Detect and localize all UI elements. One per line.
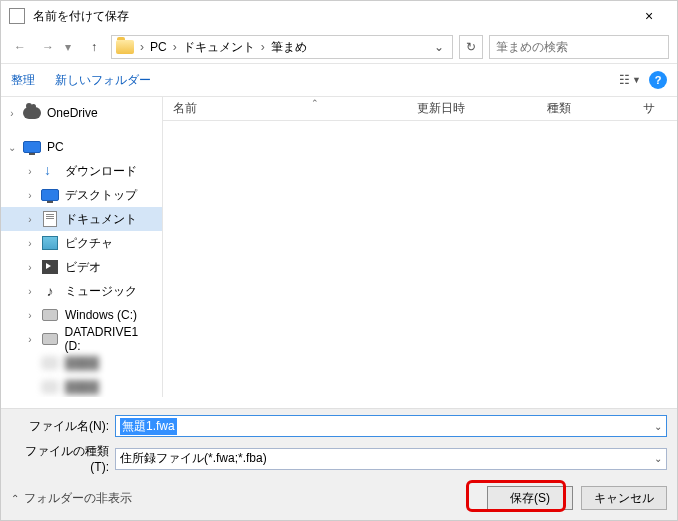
view-icon: ☷: [619, 73, 630, 87]
window-title: 名前を付けて保存: [33, 8, 629, 25]
expand-icon[interactable]: ›: [25, 310, 35, 321]
refresh-button[interactable]: ↻: [459, 35, 483, 59]
filename-label: ファイル名(N):: [11, 418, 115, 435]
tree-downloads[interactable]: › ダウンロード: [1, 159, 162, 183]
tree-desktop[interactable]: › デスクトップ: [1, 183, 162, 207]
tree-label: デスクトップ: [65, 187, 137, 204]
tree-redacted[interactable]: ›████: [1, 351, 162, 375]
folder-icon: [116, 40, 134, 54]
tree-label: OneDrive: [47, 106, 98, 120]
column-date[interactable]: 更新日時: [407, 100, 537, 117]
tree-label: Windows (C:): [65, 308, 137, 322]
tree-label: PC: [47, 140, 64, 154]
organize-menu[interactable]: 整理: [11, 72, 35, 89]
cloud-icon: [23, 105, 41, 121]
chevron-down-icon[interactable]: ⌄: [654, 421, 662, 432]
save-button[interactable]: 保存(S): [487, 486, 573, 510]
filename-value: 無題1.fwa: [120, 418, 177, 435]
close-button[interactable]: ×: [629, 8, 669, 24]
chevron-down-icon[interactable]: ⌄: [654, 453, 662, 464]
tree-onedrive[interactable]: › OneDrive: [1, 101, 162, 125]
search-input[interactable]: [489, 35, 669, 59]
tree-documents[interactable]: › ドキュメント: [1, 207, 162, 231]
video-icon: [41, 259, 59, 275]
column-size[interactable]: サ: [633, 100, 677, 117]
chevron-right-icon: ›: [257, 40, 269, 54]
chevron-right-icon: ›: [136, 40, 148, 54]
tree-pc[interactable]: ⌄ PC: [1, 135, 162, 159]
titlebar: 名前を付けて保存 ×: [1, 1, 677, 31]
expand-icon[interactable]: ›: [25, 214, 35, 225]
filetype-label: ファイルの種類(T):: [11, 443, 115, 474]
drive-icon: [41, 307, 59, 323]
tree-label: ミュージック: [65, 283, 137, 300]
hide-folders-label: フォルダーの非表示: [24, 490, 132, 507]
tree-redacted[interactable]: ›████: [1, 375, 162, 397]
toolbar: 整理 新しいフォルダー ☷ ▼ ?: [1, 63, 677, 97]
filetype-value: 住所録ファイル(*.fwa;*.fba): [120, 450, 267, 467]
app-icon: [9, 8, 25, 24]
column-headers: 名前 更新日時 種類 サ: [163, 97, 677, 121]
path-seg-documents[interactable]: ドキュメント: [183, 39, 255, 56]
collapse-icon[interactable]: ⌄: [7, 142, 17, 153]
picture-icon: [41, 235, 59, 251]
new-folder-button[interactable]: 新しいフォルダー: [55, 72, 151, 89]
chevron-down-icon: ▼: [632, 75, 641, 85]
address-dropdown[interactable]: ⌄: [430, 40, 448, 54]
tree-pictures[interactable]: › ピクチャ: [1, 231, 162, 255]
expand-icon[interactable]: ›: [25, 166, 35, 177]
tree-label: ピクチャ: [65, 235, 113, 252]
expand-icon[interactable]: ›: [25, 334, 35, 345]
bottom-panel: ファイル名(N): 無題1.fwa ⌄ ファイルの種類(T): 住所録ファイル(…: [1, 408, 677, 520]
column-name[interactable]: 名前: [163, 100, 407, 117]
music-icon: ♪: [41, 283, 59, 299]
document-icon: [41, 211, 59, 227]
view-options-button[interactable]: ☷ ▼: [619, 73, 641, 87]
history-dropdown[interactable]: ▾: [65, 40, 77, 54]
expand-icon[interactable]: ›: [25, 262, 35, 273]
cancel-button[interactable]: キャンセル: [581, 486, 667, 510]
tree-music[interactable]: › ♪ ミュージック: [1, 279, 162, 303]
main-area: › OneDrive ⌄ PC › ダウンロード › デスクトップ › ドキュメ…: [1, 97, 677, 397]
monitor-icon: [41, 187, 59, 203]
chevron-right-icon: ›: [169, 40, 181, 54]
tree-label: ダウンロード: [65, 163, 137, 180]
expand-icon[interactable]: ›: [25, 286, 35, 297]
expand-icon[interactable]: ›: [7, 108, 17, 119]
column-type[interactable]: 種類: [537, 100, 633, 117]
tree-cdrive[interactable]: › Windows (C:): [1, 303, 162, 327]
tree-videos[interactable]: › ビデオ: [1, 255, 162, 279]
tree-label: DATADRIVE1 (D:: [65, 325, 156, 353]
tree-label: ドキュメント: [65, 211, 137, 228]
chevron-up-icon: ⌃: [11, 493, 19, 504]
filename-input[interactable]: 無題1.fwa ⌄: [115, 415, 667, 437]
help-button[interactable]: ?: [649, 71, 667, 89]
filetype-select[interactable]: 住所録ファイル(*.fwa;*.fba) ⌄: [115, 448, 667, 470]
path-seg-current[interactable]: 筆まめ: [271, 39, 307, 56]
folder-tree[interactable]: › OneDrive ⌄ PC › ダウンロード › デスクトップ › ドキュメ…: [1, 97, 163, 397]
hide-folders-toggle[interactable]: ⌃ フォルダーの非表示: [11, 490, 132, 507]
expand-icon[interactable]: ›: [25, 238, 35, 249]
forward-button: →: [37, 36, 59, 58]
drive-icon: [41, 331, 59, 347]
up-button[interactable]: ↑: [83, 36, 105, 58]
address-bar[interactable]: › PC › ドキュメント › 筆まめ ⌄: [111, 35, 453, 59]
navbar: ← → ▾ ↑ › PC › ドキュメント › 筆まめ ⌄ ↻: [1, 31, 677, 63]
monitor-icon: [23, 139, 41, 155]
path-seg-pc[interactable]: PC: [150, 40, 167, 54]
tree-label: ビデオ: [65, 259, 101, 276]
download-icon: [41, 163, 59, 179]
back-button[interactable]: ←: [9, 36, 31, 58]
tree-ddrive[interactable]: › DATADRIVE1 (D:: [1, 327, 162, 351]
expand-icon[interactable]: ›: [25, 190, 35, 201]
file-list[interactable]: ⌃ 名前 更新日時 種類 サ: [163, 97, 677, 397]
sort-indicator-icon: ⌃: [311, 98, 319, 108]
